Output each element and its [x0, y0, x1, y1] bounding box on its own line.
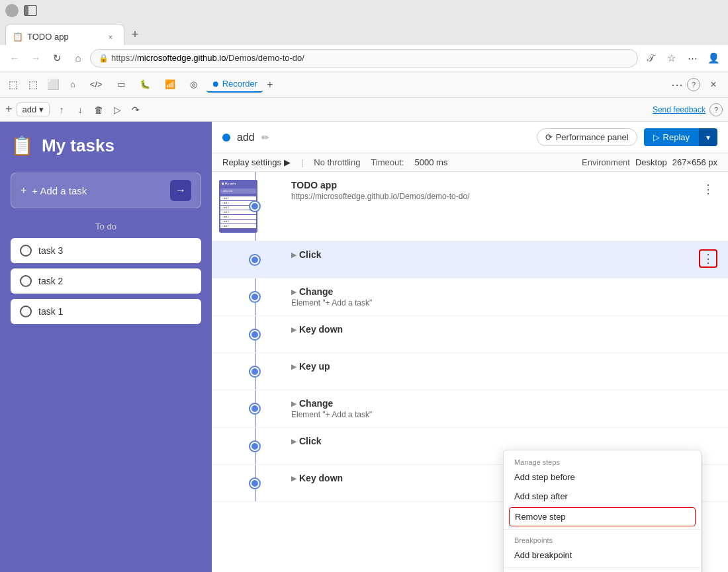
step-keydown1: ▶ Key down [212, 316, 728, 353]
recorder-help-button[interactable]: ? [709, 103, 723, 116]
task-1-checkbox[interactable] [20, 306, 32, 317]
step-change2: ▶ Change Element "+ Add a task" [212, 390, 728, 428]
replay-settings-link[interactable]: Replay settings ▶ [222, 157, 291, 167]
devtools-tab-console[interactable]: </> [85, 77, 108, 92]
todo-section-label: To do [11, 222, 201, 231]
step-change1-body: ▶ Change Element "+ Add a task" [265, 286, 717, 307]
more-icon[interactable]: ⋯ [683, 49, 702, 67]
devtools-more-button[interactable]: ⋯ [671, 77, 683, 92]
address-bar[interactable]: 🔒 https://microsoftedge.github.io/Demos/… [90, 49, 638, 67]
recorder-panel: add ✏ ⟳ Performance panel ▷ Replay ▾ Rep… [212, 122, 728, 572]
sidebar-logo-icon: 📋 [11, 135, 34, 157]
replay-dropdown-button[interactable]: ▾ [699, 128, 717, 146]
forward-button[interactable]: → [26, 49, 45, 67]
recording-header: add ✏ ⟳ Performance panel ▷ Replay ▾ [212, 122, 728, 153]
step-navigate-desc: https://microsoftedge.github.io/Demos/de… [291, 192, 699, 201]
recorder-redo-icon[interactable]: ↷ [128, 102, 144, 118]
task-2-label: task 2 [38, 276, 63, 286]
tab-close-button[interactable]: × [105, 32, 116, 42]
step-keydown2-dot [250, 479, 259, 488]
step-navigate-more-button[interactable]: ⋮ [699, 180, 717, 198]
step-click2-dot [250, 442, 259, 451]
ctx-divider-1 [504, 529, 701, 530]
devtools-help-button[interactable]: ? [687, 78, 700, 91]
back-button[interactable]: ← [5, 49, 24, 67]
sidebar-toggle-icon[interactable] [24, 5, 37, 16]
step-keydown1-dot [250, 330, 259, 339]
recorder-bar: + add ▾ ↑ ↓ 🗑 ▷ ↷ Send feedback ? [0, 98, 728, 122]
add-task-plus-icon: + [21, 184, 26, 196]
recording-edit-icon[interactable]: ✏ [261, 132, 269, 143]
manage-steps-label: Manage steps [504, 454, 701, 468]
add-step-after-item[interactable]: Add step after [504, 487, 701, 506]
recorder-delete-icon[interactable]: 🗑 [91, 102, 107, 118]
devtools-tab-recorder[interactable]: ⏺ Recorder [206, 76, 263, 93]
add-task-input[interactable]: + + Add a task → [11, 173, 201, 208]
replay-button[interactable]: ▷ Replay [644, 128, 699, 146]
lock-icon: 🔒 [99, 54, 109, 63]
add-breakpoint-item[interactable]: Add breakpoint [504, 546, 701, 565]
step-keyup1-title: ▶ Key up [291, 361, 717, 372]
perf-panel-icon: ⟳ [545, 132, 553, 142]
task-3-label: task 3 [38, 245, 63, 256]
devtools-tab-performance[interactable]: 📶 [159, 77, 181, 92]
title-bar [0, 0, 728, 21]
sidebar-header: 📋 My tasks [11, 135, 201, 157]
send-feedback-link[interactable]: Send feedback [653, 105, 705, 114]
step-change1: ▶ Change Element "+ Add a task" [212, 278, 728, 316]
recorder-move-down-icon[interactable]: ↓ [72, 102, 88, 118]
avatar[interactable] [5, 4, 19, 17]
step-change1-dot [250, 292, 259, 302]
url-scheme: https:// [111, 53, 137, 63]
url-path: /Demos/demo-to-do/ [226, 53, 304, 63]
devtools-tab-network[interactable]: 🐛 [134, 77, 156, 92]
recorder-play-icon[interactable]: ▷ [109, 102, 125, 118]
task-item-1[interactable]: task 1 [11, 299, 201, 324]
replay-play-icon: ▷ [653, 132, 660, 142]
recorder-add-button[interactable]: + [5, 102, 13, 116]
ctx-divider-2 [504, 567, 701, 568]
performance-panel-button[interactable]: ⟳ Performance panel [537, 128, 637, 146]
recording-name: add [237, 132, 255, 143]
step-click-title: ▶ Click [291, 249, 699, 260]
todo-sidebar: 📋 My tasks + + Add a task → To do task 3… [0, 122, 212, 572]
replay-label: Replay [663, 132, 690, 142]
env-size: 267×656 px [672, 157, 717, 167]
add-step-before-item[interactable]: Add step before [504, 468, 701, 487]
home-button[interactable]: ⌂ [69, 49, 87, 67]
devtools-close-drawer-icon[interactable]: ⬜ [45, 77, 61, 93]
task-3-checkbox[interactable] [20, 245, 32, 257]
step-change2-desc: Element "+ Add a task" [291, 410, 717, 419]
devtools-add-tab-button[interactable]: + [267, 79, 273, 91]
context-menu: Manage steps Add step before Add step af… [503, 450, 702, 572]
recorder-select[interactable]: add ▾ [17, 102, 50, 116]
task-item-3[interactable]: task 3 [11, 238, 201, 263]
step-change1-desc: Element "+ Add a task" [291, 298, 717, 307]
devtools-close-button[interactable]: × [704, 75, 723, 94]
devtools-tab-elements[interactable]: ⌂ [65, 77, 81, 92]
devtools-tab-sources[interactable]: ▭ [112, 77, 130, 92]
devtools-select-icon[interactable]: ⬚ [5, 77, 21, 93]
recorder-move-up-icon[interactable]: ↑ [54, 102, 69, 118]
translate-icon[interactable]: 𝒯 [641, 49, 659, 67]
settings-divider: | [301, 157, 303, 167]
devtools-tab-memory[interactable]: ◎ [185, 77, 203, 92]
new-tab-button[interactable]: + [124, 24, 146, 45]
tab-title: TODO app [27, 32, 101, 42]
remove-step-item[interactable]: Remove step [509, 507, 696, 526]
add-task-label: + Add a task [32, 185, 170, 196]
step-click-more-button[interactable]: ⋮ [699, 249, 717, 268]
step-click-body: ▶ Click [265, 249, 699, 260]
perf-panel-label: Performance panel [556, 132, 629, 142]
step-change2-body: ▶ Change Element "+ Add a task" [265, 398, 717, 419]
reload-button[interactable]: ↻ [48, 49, 66, 67]
tab-todo-app[interactable]: 📋 TODO app × [5, 24, 124, 45]
task-2-checkbox[interactable] [20, 275, 32, 287]
task-item-2[interactable]: task 2 [11, 268, 201, 294]
nav-right-icons: 𝒯 ☆ ⋯ 👤 [641, 49, 723, 67]
favorites-icon[interactable]: ☆ [662, 49, 680, 67]
recording-dot [222, 134, 230, 142]
devtools-device-icon[interactable]: ⬚ [25, 77, 41, 93]
account-icon[interactable]: 👤 [704, 49, 723, 67]
nav-bar: ← → ↻ ⌂ 🔒 https://microsoftedge.github.i… [0, 45, 728, 71]
